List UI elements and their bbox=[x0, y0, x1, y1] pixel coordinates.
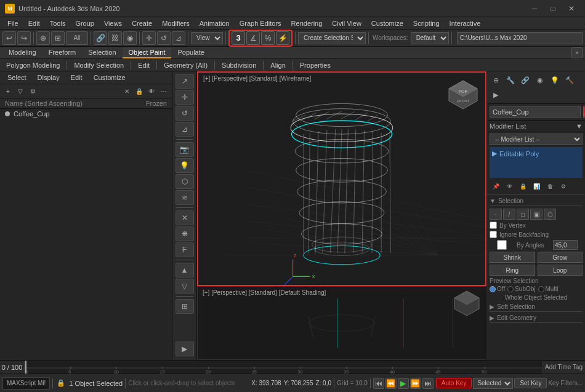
by-angle-input[interactable] bbox=[553, 240, 578, 250]
subtool-align[interactable]: Align bbox=[267, 60, 289, 70]
lp-filter-tool[interactable]: ⊞ bbox=[176, 299, 194, 314]
preview-multi-radio[interactable] bbox=[538, 286, 544, 292]
lp-paint-tool[interactable]: ▲ bbox=[176, 263, 194, 278]
edit-geometry-expand-icon[interactable]: ▶ bbox=[490, 314, 494, 321]
rp-motion-icon[interactable]: ◉ bbox=[534, 74, 546, 86]
menu-civil-view[interactable]: Civil View bbox=[327, 18, 366, 28]
scene-tab-customize[interactable]: Customize bbox=[89, 73, 131, 82]
select-region-button[interactable]: ⊞ bbox=[51, 31, 65, 45]
lp-expand-button[interactable]: ▶ bbox=[176, 342, 194, 356]
move-button[interactable]: ✛ bbox=[142, 31, 156, 45]
snap-angle-button[interactable]: ∡ bbox=[246, 31, 260, 45]
rp-modifier-dropdown-arrow[interactable]: ▼ bbox=[576, 122, 583, 130]
path-input[interactable] bbox=[457, 32, 583, 44]
subtool-polygon-modeling[interactable]: Polygon Modeling bbox=[2, 60, 63, 70]
menu-tools[interactable]: Tools bbox=[45, 18, 71, 28]
selected-dropdown[interactable]: Selected bbox=[473, 378, 513, 389]
by-vertex-checkbox[interactable] bbox=[490, 222, 497, 229]
scene-tab-edit[interactable]: Edit bbox=[66, 73, 87, 82]
play-button[interactable]: ▶ bbox=[398, 378, 409, 389]
preview-subobj-option[interactable]: SubObj bbox=[507, 286, 535, 292]
scene-tab-select[interactable]: Select bbox=[2, 73, 31, 82]
undo-button[interactable]: ↩ bbox=[2, 31, 16, 45]
menu-rendering[interactable]: Rendering bbox=[286, 18, 328, 28]
scene-tool-lock[interactable]: 🔒 bbox=[134, 86, 145, 97]
tab-populate[interactable]: Populate bbox=[171, 47, 210, 58]
scene-tool-hide[interactable]: 👁 bbox=[146, 86, 157, 97]
lp-snap-tool[interactable]: ▽ bbox=[176, 279, 194, 294]
create-selection-dropdown[interactable]: Create Selection Se... bbox=[298, 32, 366, 44]
by-angle-checkbox[interactable] bbox=[490, 240, 514, 250]
modifier-list-dropdown[interactable]: -- Modifier List -- bbox=[490, 134, 583, 145]
unlink-button[interactable]: ⛓ bbox=[108, 31, 122, 45]
loop-button[interactable]: Loop bbox=[538, 265, 583, 276]
tab-selection[interactable]: Selection bbox=[82, 47, 122, 58]
scale-button[interactable]: ⊿ bbox=[172, 31, 185, 45]
prev-frame-button[interactable]: ⏪ bbox=[385, 378, 397, 389]
spinner-snap-button[interactable]: ⚡ bbox=[276, 31, 289, 45]
object-name-input[interactable] bbox=[490, 106, 581, 118]
minimize-button[interactable]: ─ bbox=[526, 2, 543, 15]
rp-hierarchy-icon[interactable]: 🔗 bbox=[519, 74, 531, 86]
ring-button[interactable]: Ring bbox=[490, 265, 535, 276]
rp-modify-icon[interactable]: 🔧 bbox=[504, 74, 517, 86]
lp-move-tool[interactable]: ✛ bbox=[176, 90, 194, 105]
timeline-track[interactable]: 0 5 10 15 20 25 30 35 40 45 50 bbox=[25, 361, 542, 374]
preview-off-option[interactable]: Off bbox=[490, 286, 505, 292]
snap-3d-button[interactable]: 3 bbox=[232, 31, 245, 45]
lp-geom-tool[interactable]: ⬡ bbox=[176, 174, 194, 189]
viewport-nav-cube-bottom[interactable] bbox=[453, 289, 481, 317]
viewport-nav-cube-top[interactable]: TOP FRONT bbox=[446, 78, 480, 111]
rp-mod-settings-icon[interactable]: ⚙ bbox=[557, 180, 570, 193]
menu-scripting[interactable]: Scripting bbox=[408, 18, 445, 28]
menu-graph-editors[interactable]: Graph Editors bbox=[235, 18, 286, 28]
lp-spacing-tool[interactable]: F bbox=[176, 242, 194, 257]
menu-create[interactable]: Create bbox=[127, 18, 157, 28]
set-key-button[interactable]: Set Key bbox=[514, 378, 547, 388]
select-object-button[interactable]: ⊕ bbox=[36, 31, 50, 45]
scene-tool-x[interactable]: ✕ bbox=[121, 86, 132, 97]
menu-animation[interactable]: Animation bbox=[195, 18, 235, 28]
selection-collapse-icon[interactable]: ▼ bbox=[490, 198, 496, 204]
rp-mod-show-icon[interactable]: 👁 bbox=[503, 180, 515, 193]
sub-icon-face[interactable]: ▣ bbox=[530, 209, 543, 220]
rp-mod-pin-icon[interactable]: 📌 bbox=[490, 180, 502, 193]
snap-percent-button[interactable]: % bbox=[261, 31, 275, 45]
sub-icon-border[interactable]: □ bbox=[517, 209, 529, 220]
lp-light-tool[interactable]: 💡 bbox=[176, 158, 194, 173]
viewport-perspective-shading[interactable]: [+] [Perspective] [Standard] [Default Sh… bbox=[197, 286, 486, 360]
close-button[interactable]: ✕ bbox=[563, 2, 580, 15]
menu-edit[interactable]: Edit bbox=[23, 18, 45, 28]
menu-file[interactable]: File bbox=[2, 18, 23, 28]
rp-create-icon[interactable]: ⊕ bbox=[490, 74, 502, 86]
maxscript-mini[interactable]: MAXScript Mi! bbox=[2, 377, 50, 390]
modifier-editable-poly[interactable]: ▶ Editable Poly bbox=[492, 150, 580, 158]
maximize-button[interactable]: □ bbox=[544, 2, 562, 15]
key-filters-label[interactable]: Key Filters... bbox=[548, 380, 583, 386]
lp-camera-tool[interactable]: 📷 bbox=[176, 142, 194, 157]
auto-key-button[interactable]: Auto Key bbox=[436, 378, 472, 388]
lp-select-tool[interactable]: ↗ bbox=[176, 74, 194, 89]
ignore-backfacing-checkbox[interactable] bbox=[490, 231, 497, 238]
bind-button[interactable]: ◉ bbox=[123, 31, 137, 45]
sub-icon-edge[interactable]: / bbox=[503, 209, 515, 220]
timeline-playhead[interactable] bbox=[25, 361, 26, 374]
lp-bone-tool[interactable]: ✕ bbox=[176, 210, 194, 225]
subtool-edit[interactable]: Edit bbox=[134, 60, 153, 70]
tab-extra-button[interactable]: » bbox=[571, 47, 583, 58]
scene-tool-filter[interactable]: ▽ bbox=[15, 86, 26, 97]
rp-display-icon[interactable]: 💡 bbox=[549, 74, 561, 86]
menu-group[interactable]: Group bbox=[70, 18, 99, 28]
rp-mod-lock-icon[interactable]: 🔒 bbox=[517, 180, 529, 193]
shrink-button[interactable]: Shrink bbox=[490, 252, 535, 263]
lp-ribbon-tool[interactable]: ❋ bbox=[176, 226, 194, 241]
viewport-perspective-wireframe[interactable]: [+] [Perspective] [Standard] [Wireframe]… bbox=[197, 71, 486, 286]
subtool-modify-selection[interactable]: Modify Selection bbox=[70, 60, 127, 70]
menu-interactive[interactable]: Interactive bbox=[445, 18, 486, 28]
menu-modifiers[interactable]: Modifiers bbox=[157, 18, 195, 28]
scene-tab-display[interactable]: Display bbox=[33, 73, 65, 82]
goto-start-button[interactable]: ⏮ bbox=[373, 378, 384, 389]
tab-freeform[interactable]: Freeform bbox=[42, 47, 83, 58]
subtool-subdivision[interactable]: Subdivision bbox=[218, 60, 260, 70]
preview-multi-option[interactable]: Multi bbox=[538, 286, 559, 292]
